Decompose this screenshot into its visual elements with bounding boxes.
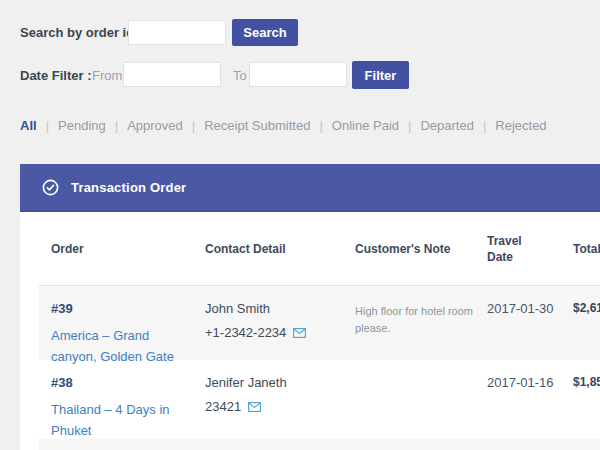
contact-name: John Smith: [205, 301, 355, 316]
tab-all[interactable]: All: [20, 118, 37, 133]
check-circle-icon: [42, 179, 59, 196]
tab-separator: |: [319, 118, 322, 133]
contact-cell: Jenifer Janeth 23421: [205, 375, 355, 414]
tab-separator: |: [483, 118, 486, 133]
table-row: #39 America – Grand canyon, Golden Gate …: [39, 286, 600, 360]
column-header-travel-date: Travel Date: [487, 233, 573, 265]
order-cell: #39 America – Grand canyon, Golden Gate: [39, 301, 205, 367]
order-total: $1,853: [573, 375, 600, 389]
tab-online-paid[interactable]: Online Paid: [332, 118, 399, 133]
tab-receipt-submitted[interactable]: Receipt Submitted: [204, 118, 310, 133]
travel-date: 2017-01-16: [487, 375, 573, 390]
date-from-input[interactable]: [123, 62, 221, 87]
orders-table: Order Contact Detail Customer's Note Tra…: [39, 212, 600, 450]
contact-name: Jenifer Janeth: [205, 375, 355, 390]
envelope-icon[interactable]: [248, 402, 261, 412]
envelope-icon[interactable]: [293, 328, 306, 338]
contact-cell: John Smith +1-2342-2234: [205, 301, 355, 340]
date-filter-label: Date Filter :: [20, 68, 92, 83]
tab-rejected[interactable]: Rejected: [495, 118, 546, 133]
to-label: To: [233, 68, 247, 83]
from-label: From: [92, 68, 122, 83]
column-header-customers-note: Customer's Note: [355, 242, 487, 256]
order-title-link[interactable]: Thailand – 4 Days in Phuket: [51, 399, 191, 441]
tab-pending[interactable]: Pending: [58, 118, 106, 133]
search-input[interactable]: [128, 20, 226, 45]
order-total: $2,616: [573, 301, 600, 315]
column-header-order: Order: [39, 242, 205, 256]
tab-separator: |: [408, 118, 411, 133]
tab-separator: |: [46, 118, 49, 133]
transaction-order-panel: Transaction Order Order Contact Detail C…: [20, 164, 600, 450]
order-cell: #38 Thailand – 4 Days in Phuket: [39, 375, 205, 441]
contact-phone: 23421: [205, 399, 355, 414]
order-title-link[interactable]: America – Grand canyon, Golden Gate: [51, 325, 191, 367]
date-to-input[interactable]: [249, 62, 347, 87]
search-button[interactable]: Search: [232, 19, 298, 46]
column-header-total: Total: [573, 242, 600, 256]
customer-note: [355, 375, 473, 377]
tab-approved[interactable]: Approved: [127, 118, 183, 133]
panel-header-bar: Transaction Order: [20, 164, 600, 212]
panel-title: Transaction Order: [71, 180, 186, 195]
search-by-order-id-label: Search by order id :: [20, 25, 142, 40]
tab-separator: |: [115, 118, 118, 133]
travel-date: 2017-01-30: [487, 301, 573, 316]
tab-separator: |: [192, 118, 195, 133]
order-id-link[interactable]: #38: [51, 375, 205, 390]
customer-note: High floor for hotel room please.: [355, 301, 473, 337]
column-header-contact-detail: Contact Detail: [205, 242, 355, 256]
table-row: #38 Thailand – 4 Days in Phuket Jenifer …: [39, 360, 600, 439]
order-id-link[interactable]: #39: [51, 301, 205, 316]
contact-phone: +1-2342-2234: [205, 325, 355, 340]
status-tabs: All | Pending | Approved | Receipt Submi…: [20, 118, 547, 133]
filter-button[interactable]: Filter: [352, 61, 409, 89]
tab-departed[interactable]: Departed: [420, 118, 473, 133]
table-header-row: Order Contact Detail Customer's Note Tra…: [39, 212, 600, 286]
